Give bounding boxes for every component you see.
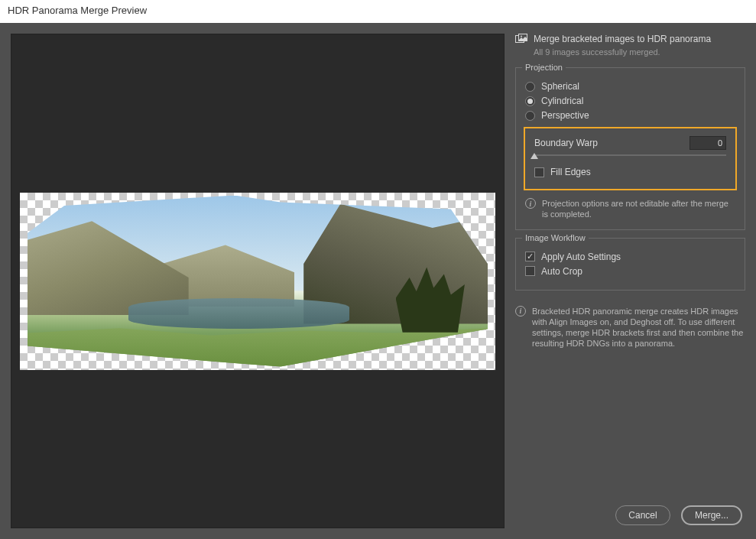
merge-status: All 9 images successfully merged. [534,47,745,57]
boundary-warp-input[interactable] [689,136,726,150]
info-icon: i [525,198,536,209]
side-panel: Merge bracketed images to HDR panorama A… [515,34,745,528]
hdr-header-label: Merge bracketed images to HDR panorama [534,34,711,44]
checkbox-icon [525,252,535,261]
projection-legend: Projection [522,63,566,72]
checkbox-fill-edges[interactable]: Fill Edges [534,167,726,177]
footer-info-text: Bracketed HDR panoramic merge creates HD… [532,306,745,349]
dialog-body: Merge bracketed images to HDR panorama A… [0,23,756,539]
radio-label: Spherical [541,81,579,92]
radio-label: Cylindrical [541,96,583,106]
radio-spherical[interactable]: Spherical [525,81,735,92]
window-title: HDR Panorama Merge Preview [0,0,756,23]
projection-info: i Projection options are not editable af… [525,198,735,220]
preview-panel [11,34,505,528]
info-icon: i [515,306,526,317]
merge-button[interactable]: Merge... [681,505,742,525]
checkbox-icon [525,266,535,276]
projection-info-text: Projection options are not editable afte… [542,198,735,220]
radio-cylindrical[interactable]: Cylindrical [525,96,735,106]
boundary-warp-label: Boundary Warp [534,138,598,148]
workflow-group: Image Workflow Apply Auto Settings Auto … [515,238,745,291]
button-row: Cancel Merge... [515,499,745,528]
radio-perspective[interactable]: Perspective [525,110,735,121]
boundary-warp-highlight: Boundary Warp Fill Edges [524,127,737,190]
checkbox-icon [534,167,544,177]
radio-icon [525,82,535,92]
hdr-header: Merge bracketed images to HDR panorama [515,34,745,44]
boundary-warp-slider[interactable] [534,154,726,156]
checkbox-label: Auto Crop [541,266,582,277]
radio-icon [525,96,535,106]
merge-icon [515,34,527,44]
workflow-legend: Image Workflow [522,233,589,242]
projection-group: Projection Spherical Cylindrical Perspec… [515,67,745,230]
svg-point-2 [521,36,522,37]
checkbox-label: Apply Auto Settings [541,252,621,262]
slider-thumb-icon[interactable] [530,153,538,159]
cancel-button[interactable]: Cancel [615,505,670,525]
footer-info: i Bracketed HDR panoramic merge creates … [515,306,745,349]
radio-icon [525,111,535,121]
radio-label: Perspective [541,110,589,121]
checkbox-label: Fill Edges [550,167,591,177]
panorama-preview-image [20,193,495,370]
checkbox-auto-crop[interactable]: Auto Crop [525,266,735,277]
checkbox-auto-settings[interactable]: Apply Auto Settings [525,252,735,262]
